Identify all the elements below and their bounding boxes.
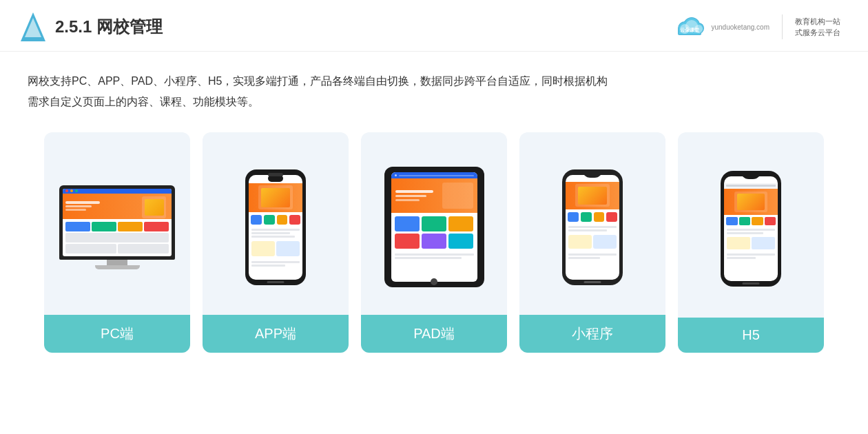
header-right: 云朵课堂 yunduoketang.com 教育机构一站 式服务云平台 — [672, 13, 840, 41]
pc-image-area — [44, 132, 190, 315]
cards-section: PC端 — [0, 125, 868, 366]
pad-label-area: PAD端 — [361, 315, 507, 353]
cloud-brand-icon: 云朵课堂 — [672, 13, 707, 41]
app-label-area: APP端 — [203, 315, 349, 353]
platform-card-pad: PAD端 — [361, 132, 507, 353]
h5-label-area: H5 — [678, 318, 824, 353]
header-left: 2.5.1 网校管理 — [21, 12, 163, 41]
page-container: 2.5.1 网校管理 — [0, 0, 868, 434]
miniapp-image-area — [519, 132, 665, 315]
platform-card-pc: PC端 — [44, 132, 190, 353]
logo-icon — [21, 12, 45, 41]
description-section: 网校支持PC、APP、PAD、小程序、H5，实现多端打通，产品各终端自由切换，数… — [0, 52, 868, 125]
brand-logo: 云朵课堂 yunduoketang.com — [672, 13, 769, 41]
pad-image-area — [361, 132, 507, 315]
description-text: 网校支持PC、APP、PAD、小程序、H5，实现多端打通，产品各终端自由切换，数… — [28, 71, 840, 112]
platform-card-app: APP端 — [203, 132, 349, 353]
platform-card-h5: H5 — [678, 132, 824, 353]
platform-card-miniapp: 小程序 — [519, 132, 665, 353]
page-title: 2.5.1 网校管理 — [55, 16, 163, 38]
miniapp-label-area: 小程序 — [519, 315, 665, 353]
svg-text:云朵课堂: 云朵课堂 — [680, 27, 700, 32]
app-image-area — [203, 132, 349, 315]
pc-label-area: PC端 — [44, 315, 190, 353]
brand-divider — [782, 14, 783, 39]
brand-text: yunduoketang.com — [711, 23, 769, 32]
h5-image-area — [678, 132, 824, 318]
header: 2.5.1 网校管理 — [0, 0, 868, 52]
brand-tagline: 教育机构一站 式服务云平台 — [795, 16, 840, 39]
